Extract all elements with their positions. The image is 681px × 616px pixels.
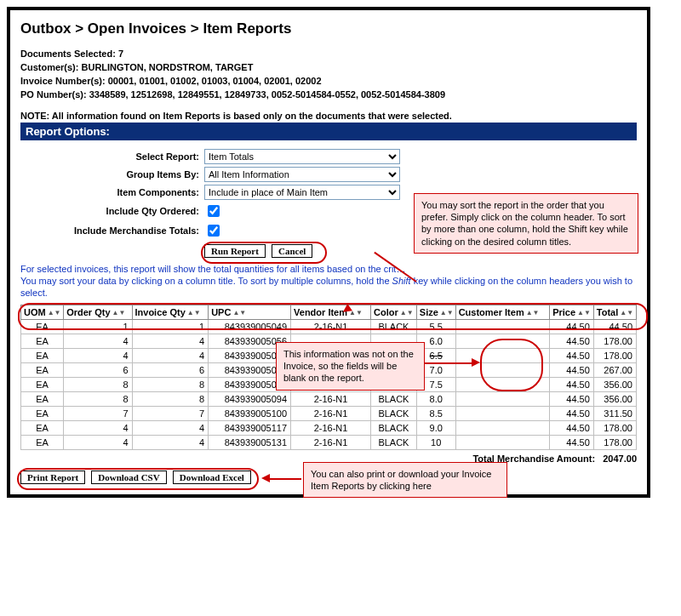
cancel-button[interactable]: Cancel: [272, 244, 312, 258]
include-qty-checkbox[interactable]: [208, 205, 220, 217]
group-by-dropdown[interactable]: All Item Information: [204, 167, 400, 182]
customers-line: Customer(s): BURLINGTON, NORDSTROM, TARG…: [20, 61, 637, 75]
column-header-total[interactable]: Total▲▼: [593, 305, 636, 319]
column-header-uom[interactable]: UOM▲▼: [21, 305, 64, 319]
table-row: EA448439390051172-16-N1BLACK9.044.50178.…: [21, 420, 637, 435]
docs-selected-line: Documents Selected: 7: [20, 48, 637, 61]
breadcrumb: Outbox > Open Invoices > Item Reports: [20, 20, 637, 37]
column-header-color[interactable]: Color▲▼: [371, 305, 417, 319]
include-merch-checkbox[interactable]: [208, 225, 220, 237]
include-merch-label: Include Merchandise Totals:: [20, 225, 204, 236]
select-report-dropdown[interactable]: Item Totals: [204, 149, 400, 164]
print-report-button[interactable]: Print Report: [20, 471, 85, 484]
download-excel-button[interactable]: Download Excel: [173, 471, 251, 484]
column-header-price[interactable]: Price▲▼: [550, 305, 594, 319]
include-qty-label: Include Qty Ordered:: [20, 206, 204, 216]
table-row: EA448439390051312-16-N1BLACK1044.50178.0…: [21, 435, 637, 449]
sort-icon: ▲▼: [577, 309, 584, 317]
table-row: EA118439390050492-16-N1BLACK5.544.5044.5…: [21, 319, 637, 334]
callout-download: You can also print or download your Invo…: [303, 462, 507, 499]
group-by-label: Group Items By:: [20, 169, 204, 180]
sort-icon: ▲▼: [232, 309, 239, 317]
help-text-1: For selected invoices, this report will …: [20, 263, 637, 275]
total-value: 2047.00: [603, 453, 637, 464]
sort-icon: ▲▼: [620, 309, 627, 317]
item-components-label: Item Components:: [20, 187, 204, 197]
invoices-line: Invoice Number(s): 00001, 01001, 01002, …: [20, 75, 637, 88]
table-row: EA888439390050942-16-N1BLACK8.044.50356.…: [21, 391, 637, 406]
sort-icon: ▲▼: [112, 309, 119, 317]
help-text-2: You may sort your data by clicking on a …: [20, 275, 637, 299]
sort-icon: ▲▼: [440, 309, 447, 317]
callout-sort: You may sort the report in the order tha…: [414, 193, 638, 254]
column-header-invoice-qty[interactable]: Invoice Qty▲▼: [132, 305, 209, 319]
column-header-upc[interactable]: UPC▲▼: [209, 305, 291, 319]
table-row: EA778439390051002-16-N1BLACK8.544.50311.…: [21, 406, 637, 420]
select-report-label: Select Report:: [20, 151, 204, 162]
note-text: NOTE: All information found on Item Repo…: [20, 111, 637, 121]
item-components-dropdown[interactable]: Include in place of Main Item: [204, 185, 400, 200]
sort-icon: ▲▼: [187, 309, 194, 317]
sort-icon: ▲▼: [48, 309, 54, 317]
column-header-order-qty[interactable]: Order Qty▲▼: [64, 305, 132, 319]
sort-icon: ▲▼: [400, 309, 407, 317]
column-header-vendor-item[interactable]: Vendor Item▲▼: [291, 305, 371, 319]
section-header: Report Options:: [20, 123, 637, 140]
po-line: PO Number(s): 3348589, 12512698, 1284955…: [20, 88, 637, 102]
run-report-button[interactable]: Run Report: [204, 244, 266, 258]
sort-icon: ▲▼: [526, 309, 533, 317]
column-header-size[interactable]: Size▲▼: [416, 305, 455, 319]
download-csv-button[interactable]: Download CSV: [91, 471, 166, 484]
callout-blank: This information was not on the Invoice,…: [276, 342, 425, 391]
column-header-customer-item[interactable]: Customer Item▲▼: [455, 305, 550, 319]
